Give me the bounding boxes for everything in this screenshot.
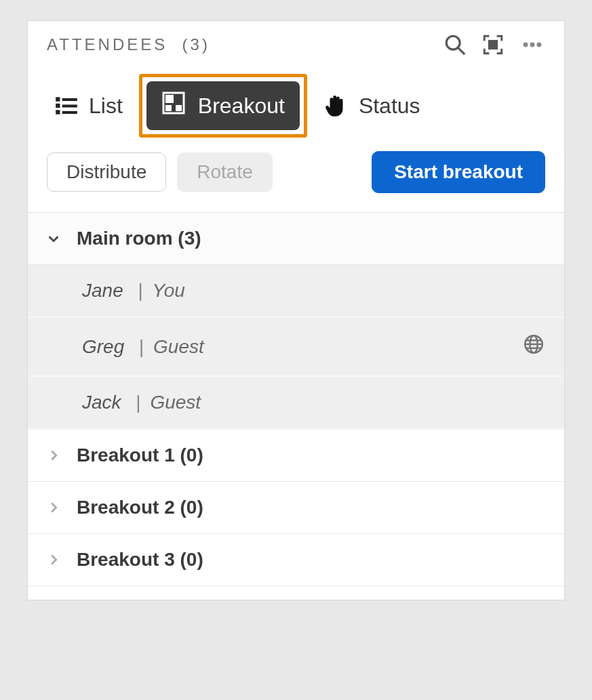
separator: | <box>139 336 144 357</box>
tab-status-label: Status <box>359 94 420 119</box>
chevron-right-icon <box>44 448 63 463</box>
room-header-breakout1[interactable]: Breakout 1 (0) <box>28 430 564 482</box>
svg-rect-13 <box>165 95 174 103</box>
svg-line-1 <box>458 47 465 54</box>
room-b1-label: Breakout 1 (0) <box>77 445 203 466</box>
attendee-role: Guest <box>153 336 204 357</box>
tab-list[interactable]: List <box>44 87 132 124</box>
svg-point-0 <box>446 36 460 49</box>
chevron-right-icon <box>44 552 63 567</box>
svg-rect-8 <box>56 104 60 108</box>
list-icon <box>54 93 79 119</box>
svg-point-3 <box>524 43 528 47</box>
room-header-breakout2[interactable]: Breakout 2 (0) <box>28 482 564 534</box>
fullscreen-icon[interactable] <box>481 33 505 56</box>
tab-breakout-highlight: Breakout <box>139 74 307 138</box>
attendee-name-block: Jack | Guest <box>82 392 201 413</box>
globe-icon <box>522 333 545 361</box>
attendee-name: Jane <box>82 280 123 301</box>
hand-icon <box>323 93 349 119</box>
room-header-breakout3[interactable]: Breakout 3 (0) <box>28 534 564 586</box>
breakout-icon <box>161 91 186 121</box>
room-b3-label: Breakout 3 (0) <box>77 549 203 571</box>
attendee-name: Greg <box>82 336 124 357</box>
panel-title-count: (3) <box>182 35 210 54</box>
room-b2-label: Breakout 2 (0) <box>77 497 203 518</box>
separator: | <box>138 280 143 301</box>
more-icon[interactable] <box>519 33 545 56</box>
room-main-label: Main room (3) <box>77 228 201 249</box>
distribute-button[interactable]: Distribute <box>47 152 166 192</box>
panel-title-text: ATTENDEES <box>47 35 167 54</box>
tab-list-label: List <box>89 94 123 119</box>
separator: | <box>136 392 140 413</box>
panel-header: ATTENDEES (3) <box>28 21 564 59</box>
svg-point-4 <box>530 43 535 47</box>
svg-rect-6 <box>56 97 60 101</box>
attendee-role: Guest <box>150 392 201 413</box>
svg-rect-15 <box>165 105 172 111</box>
attendee-row[interactable]: Jack | Guest <box>28 377 564 430</box>
search-icon[interactable] <box>443 33 467 56</box>
header-actions <box>443 33 545 56</box>
attendee-name-block: Greg | Guest <box>82 336 204 358</box>
rooms-list: Main room (3) Jane | You Greg | Guest <box>28 212 564 600</box>
attendee-row[interactable]: Greg | Guest <box>28 318 564 377</box>
panel-title: ATTENDEES (3) <box>47 35 210 54</box>
tab-breakout-label: Breakout <box>198 94 285 119</box>
attendee-name: Jack <box>82 392 121 413</box>
breakout-actions: Distribute Rotate Start breakout <box>28 148 564 212</box>
svg-rect-10 <box>56 110 60 114</box>
tab-breakout[interactable]: Breakout <box>146 81 300 130</box>
svg-rect-14 <box>176 105 182 111</box>
attendee-role: You <box>153 280 185 301</box>
svg-point-5 <box>537 43 542 47</box>
svg-rect-2 <box>488 40 498 49</box>
start-breakout-button[interactable]: Start breakout <box>372 151 545 193</box>
chevron-right-icon <box>44 500 63 515</box>
attendees-panel: ATTENDEES (3) <box>27 20 565 600</box>
chevron-down-icon <box>44 231 63 246</box>
view-tabs: List Breakout S <box>28 59 564 148</box>
spacer <box>28 586 564 600</box>
tab-status[interactable]: Status <box>314 87 430 124</box>
room-header-main[interactable]: Main room (3) <box>28 213 564 265</box>
svg-rect-7 <box>62 98 77 101</box>
rotate-button: Rotate <box>177 152 273 192</box>
attendee-row[interactable]: Jane | You <box>28 265 564 318</box>
attendee-name-block: Jane | You <box>82 280 185 302</box>
svg-rect-9 <box>62 104 77 107</box>
svg-rect-11 <box>62 111 77 114</box>
